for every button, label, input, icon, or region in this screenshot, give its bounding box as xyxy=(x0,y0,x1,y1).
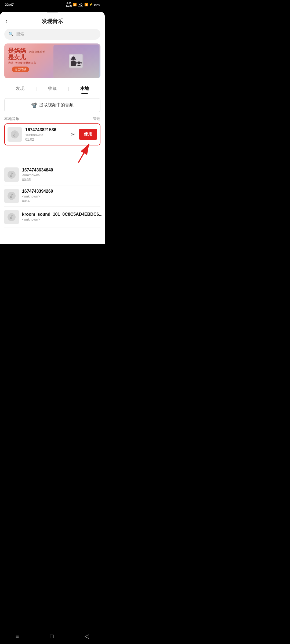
tiktok-logo-icon-2 xyxy=(7,170,16,179)
music-name-3: 1674743394269 xyxy=(22,189,100,194)
music-duration-3: 00:37 xyxy=(22,199,100,203)
extract-label: 提取视频中的音频 xyxy=(39,102,74,108)
extract-icon: 📽️ xyxy=(31,102,37,108)
tab-discover[interactable]: 发现 xyxy=(12,84,29,94)
status-bar: 22:47 8.00 KB/S 📶 HD 📶 ⚡ 96% xyxy=(0,0,105,9)
manage-button[interactable]: 管理 xyxy=(93,116,100,121)
music-name-1: 1674743821536 xyxy=(25,127,68,132)
signal-icon: 📶 xyxy=(84,3,88,6)
music-name-2: 1674743634840 xyxy=(22,168,100,173)
music-thumb-3 xyxy=(4,189,19,203)
banner-figures: 👩‍👧 xyxy=(52,43,100,78)
music-name-4: kroom_sound_101_0C8C5AD4EBDC6... xyxy=(22,212,103,217)
svg-line-2 xyxy=(78,144,89,163)
banner-cta[interactable]: 点击拍摄 xyxy=(12,67,29,72)
music-info-2: 1674743634840 <unknown> 00:35 xyxy=(22,168,100,182)
extract-audio-button[interactable]: 📽️ 提取视频中的音频 xyxy=(4,98,100,112)
use-button-1[interactable]: 使用 xyxy=(79,129,97,140)
music-duration-2: 00:35 xyxy=(22,178,100,182)
tab-bar: 发现 | 收藏 | 本地 xyxy=(0,83,105,95)
music-item-1[interactable]: 1674743821536 <unknown> 01:02 ✂ 使用 xyxy=(4,123,100,145)
search-bar[interactable]: 🔍 搜索 xyxy=(4,29,100,40)
music-actions-1: ✂ 使用 xyxy=(71,129,97,140)
scissors-icon[interactable]: ✂ xyxy=(71,131,76,138)
music-duration-1: 01:02 xyxy=(25,137,68,141)
page-title: 发现音乐 xyxy=(42,18,63,25)
tab-divider-1: | xyxy=(36,86,37,92)
music-thumb-2 xyxy=(4,167,19,182)
music-artist-1: <unknown> xyxy=(25,133,68,137)
banner-title-line2: 是女儿 xyxy=(8,54,45,61)
music-info-4: kroom_sound_101_0C8C5AD4EBDC6... <unknow… xyxy=(22,212,103,222)
wifi-icon: 📶 xyxy=(73,3,77,6)
music-artist-4: <unknown> xyxy=(22,217,103,221)
tab-divider-2: | xyxy=(68,86,69,92)
main-content: ‹ 发现音乐 🔍 搜索 是妈妈 河曲 唐钱 倍番 是女儿 演唱：黄绮珊 希林娜依… xyxy=(0,12,105,244)
banner-singer: 演唱：黄绮珊 希林娜依·高 xyxy=(8,61,45,65)
music-list: 1674743821536 <unknown> 01:02 ✂ 使用 xyxy=(0,123,105,228)
search-icon: 🔍 xyxy=(9,32,14,36)
tab-favorites[interactable]: 收藏 xyxy=(44,84,61,94)
music-thumb-4 xyxy=(4,210,19,224)
tiktok-logo-icon xyxy=(10,130,19,139)
battery-level: 96% xyxy=(94,3,100,6)
music-artist-2: <unknown> xyxy=(22,173,100,177)
tiktok-logo-icon-4 xyxy=(7,213,16,221)
network-speed: 8.00 KB/S xyxy=(66,2,72,8)
battery-icon: ⚡ xyxy=(89,3,93,6)
header: ‹ 发现音乐 xyxy=(0,15,105,29)
hd-badge: HD xyxy=(78,3,83,6)
banner-title-line1: 是妈妈 河曲 唐钱 倍番 xyxy=(8,47,45,54)
music-item-4[interactable]: kroom_sound_101_0C8C5AD4EBDC6... <unknow… xyxy=(4,207,100,228)
music-info-1: 1674743821536 <unknown> 01:02 xyxy=(25,127,68,141)
arrow-annotation xyxy=(73,141,95,166)
status-time: 22:47 xyxy=(5,3,14,7)
section-title: 本地音乐 xyxy=(4,116,19,121)
back-button[interactable]: ‹ xyxy=(5,18,7,25)
banner[interactable]: 是妈妈 河曲 唐钱 倍番 是女儿 演唱：黄绮珊 希林娜依·高 点击拍摄 👩‍👧 xyxy=(4,43,100,78)
section-header: 本地音乐 管理 xyxy=(0,116,105,123)
music-thumb-1 xyxy=(8,127,22,142)
music-artist-3: <unknown> xyxy=(22,194,100,198)
tab-local[interactable]: 本地 xyxy=(76,84,93,94)
music-info-3: 1674743394269 <unknown> 00:37 xyxy=(22,189,100,203)
status-right: 8.00 KB/S 📶 HD 📶 ⚡ 96% xyxy=(66,2,100,8)
music-item-3[interactable]: 1674743394269 <unknown> 00:37 xyxy=(4,185,100,207)
drag-handle[interactable] xyxy=(47,12,58,13)
tiktok-logo-icon-3 xyxy=(7,192,16,200)
search-input[interactable]: 搜索 xyxy=(16,31,24,37)
banner-text: 是妈妈 河曲 唐钱 倍番 是女儿 演唱：黄绮珊 希林娜依·高 点击拍摄 xyxy=(8,47,45,65)
music-item-2[interactable]: 1674743634840 <unknown> 00:35 xyxy=(4,164,100,185)
